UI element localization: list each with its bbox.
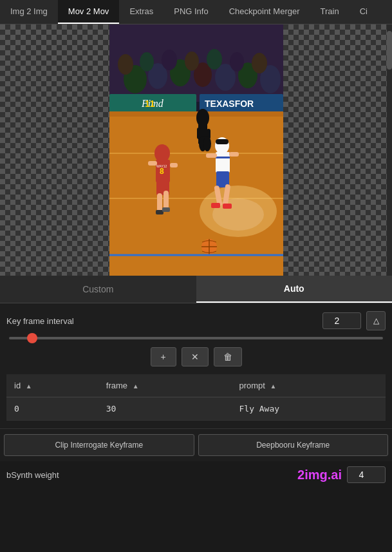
triangle-up-button[interactable]: △ [366,311,386,330]
svg-point-32 [203,136,211,151]
footer-row: bSynth weight 2img.ai [0,461,392,488]
mode-toggle-bar: Custom Auto [0,276,392,303]
cell-id: 0 [6,397,98,421]
svg-text:WAY12: WAY12 [156,164,167,168]
tab-ci[interactable]: Ci [350,0,378,24]
col-id[interactable]: id ▲ [6,374,98,397]
keyframe-interval-row: Key frame interval △ [6,311,386,330]
col-prompt-sort-icon: ▲ [270,383,277,390]
svg-point-13 [207,49,222,70]
tab-mov2mov[interactable]: Mov 2 Mov [58,0,120,24]
svg-rect-54 [223,204,232,209]
col-prompt[interactable]: prompt ▲ [231,374,386,397]
svg-point-27 [196,109,209,127]
svg-rect-39 [157,193,162,213]
svg-point-11 [162,50,177,70]
svg-rect-47 [216,157,230,158]
tab-img2img[interactable]: Img 2 Img [0,0,58,24]
cell-prompt: Fly Away [231,397,386,421]
svg-rect-24 [109,111,283,117]
svg-rect-37 [170,163,178,167]
svg-text:8: 8 [160,167,164,176]
svg-rect-40 [163,191,169,210]
clip-interrogate-button[interactable]: Clip Interrogate Keyframe [4,434,194,456]
keyframe-table: id ▲ frame ▲ prompt ▲ 0 30 Fly Away [6,374,386,421]
svg-text:11: 11 [145,99,155,109]
delete-row-button[interactable]: 🗑 [214,347,242,366]
svg-point-12 [185,52,199,71]
svg-point-15 [252,53,267,73]
svg-rect-53 [211,203,220,208]
slider-row [6,337,386,339]
tab-pnginfo[interactable]: PNG Info [163,0,218,24]
svg-rect-48 [206,153,217,158]
col-frame-sort-icon: ▲ [133,383,139,390]
keyframe-interval-label: Key frame interval [6,316,317,326]
col-frame[interactable]: frame ▲ [98,374,232,397]
custom-toggle[interactable]: Custom [0,276,196,303]
svg-rect-46 [216,152,230,173]
svg-rect-29 [197,128,201,139]
col-frame-label: frame [106,381,127,390]
bottom-bar: Clip Interrogate Keyframe Deepbooru Keyf… [0,428,392,461]
svg-point-33 [154,144,170,162]
svg-point-9 [118,54,133,75]
table-row[interactable]: 0 30 Fly Away [6,397,386,421]
col-id-sort-icon: ▲ [26,383,32,390]
deepbooru-keyframe-button[interactable]: Deepbooru Keyframe [198,434,389,456]
tab-checkpoint[interactable]: Checkpoint Merger [219,0,310,24]
preview-image: Fimd TEXASFOR 11 [109,24,283,276]
controls-section: Key frame interval △ + ✕ 🗑 id ▲ frame ▲ [0,303,392,428]
col-prompt-label: prompt [239,381,265,390]
action-btn-row: + ✕ 🗑 [6,347,386,366]
svg-text:TEXASFOR: TEXASFOR [205,99,254,109]
scrollbar-thumb[interactable] [387,31,392,70]
tab-bar: Img 2 Img Mov 2 Mov Extras PNG Info Chec… [0,0,392,24]
table-body: 0 30 Fly Away [6,397,386,421]
cell-frame: 30 [98,397,232,421]
svg-point-14 [230,52,244,71]
remove-row-button[interactable]: ✕ [182,347,209,366]
keyframe-interval-input[interactable] [322,312,361,329]
add-row-button[interactable]: + [151,347,176,366]
table-header: id ▲ frame ▲ prompt ▲ [6,374,386,397]
scrollbar-track[interactable] [387,24,392,276]
svg-rect-42 [162,207,170,212]
tab-train[interactable]: Train [310,0,350,24]
image-preview: Fimd TEXASFOR 11 [0,24,392,276]
image-preview-wrapper: Fimd TEXASFOR 11 [0,24,392,276]
brand-logo: 2img.ai [297,468,342,482]
svg-rect-45 [216,139,229,144]
svg-rect-36 [148,161,157,166]
auto-toggle[interactable]: Auto [196,276,393,303]
col-id-label: id [14,381,21,390]
tab-extras[interactable]: Extras [119,0,163,24]
svg-point-10 [140,52,154,71]
bsynth-weight-input[interactable] [347,466,386,483]
svg-rect-49 [229,152,239,157]
keyframe-slider[interactable] [9,337,383,339]
bsynth-weight-label: bSynth weight [6,470,292,480]
